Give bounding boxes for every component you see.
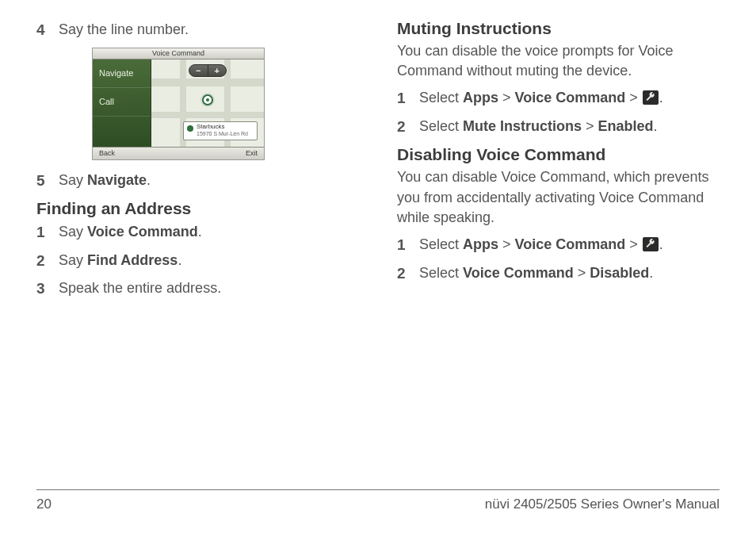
muting-step-2: 2 Select Mute Instructions > Enabled. bbox=[397, 116, 720, 138]
step-text: Say Find Address. bbox=[59, 250, 359, 270]
step-text: Say Navigate. bbox=[59, 170, 359, 190]
zoom-in-icon: + bbox=[208, 65, 227, 76]
wrench-icon bbox=[643, 237, 659, 251]
device-location-callout: Starbucks 15970 S Mur-Len Rd bbox=[183, 121, 258, 140]
device-screenshot: Voice Command Navigate Call − + bbox=[92, 48, 265, 160]
device-title-bar: Voice Command bbox=[93, 48, 264, 59]
page-footer: 20 nüvi 2405/2505 Series Owner's Manual bbox=[36, 489, 720, 512]
muting-step-1: 1 Select Apps > Voice Command > . bbox=[397, 87, 720, 109]
step-number: 3 bbox=[36, 278, 59, 300]
disabling-step-2: 2 Select Voice Command > Disabled. bbox=[397, 263, 720, 285]
finding-step-2: 2 Say Find Address. bbox=[36, 250, 359, 272]
callout-dot-icon bbox=[187, 125, 193, 132]
device-menu-call: Call bbox=[93, 88, 151, 117]
muting-heading: Muting Instructions bbox=[397, 19, 720, 38]
step-number: 1 bbox=[397, 234, 419, 256]
callout-name: Starbucks bbox=[197, 124, 254, 131]
disabling-step-1: 1 Select Apps > Voice Command > . bbox=[397, 234, 720, 256]
device-side-menu: Navigate Call bbox=[93, 59, 151, 147]
step-5: 5 Say Navigate. bbox=[36, 170, 359, 192]
page-number: 20 bbox=[36, 497, 52, 512]
device-menu-navigate: Navigate bbox=[93, 59, 151, 88]
step-text: Select Mute Instructions > Enabled. bbox=[419, 116, 720, 136]
step-number: 1 bbox=[36, 221, 59, 243]
step-text: Say Voice Command. bbox=[59, 221, 359, 242]
device-exit-label: Exit bbox=[246, 148, 258, 159]
device-map: − + Starbucks 15970 S Mur-Len Rd bbox=[151, 59, 264, 147]
step-text: Select Apps > Voice Command > . bbox=[419, 87, 720, 108]
finding-address-heading: Finding an Address bbox=[36, 199, 359, 218]
manual-title: nüvi 2405/2505 Series Owner's Manual bbox=[485, 497, 720, 512]
step-text: Speak the entire address. bbox=[59, 278, 359, 298]
left-column: 4 Say the line number. Voice Command Nav… bbox=[36, 19, 359, 306]
muting-intro: You can disable the voice prompts for Vo… bbox=[397, 41, 720, 81]
callout-address: 15970 S Mur-Len Rd bbox=[197, 131, 254, 137]
wrench-icon bbox=[643, 90, 659, 105]
step-text: Say the line number. bbox=[59, 19, 359, 40]
step-number: 2 bbox=[397, 116, 419, 138]
zoom-out-icon: − bbox=[189, 65, 208, 76]
device-map-pin-icon bbox=[202, 94, 213, 105]
finding-step-1: 1 Say Voice Command. bbox=[36, 221, 359, 243]
step-number: 5 bbox=[36, 170, 59, 192]
right-column: Muting Instructions You can disable the … bbox=[397, 19, 720, 306]
finding-step-3: 3 Speak the entire address. bbox=[36, 278, 359, 300]
disabling-intro: You can disable Voice Command, which pre… bbox=[397, 167, 720, 228]
step-text: Select Voice Command > Disabled. bbox=[419, 263, 720, 283]
device-bottom-bar: Back Exit bbox=[93, 147, 264, 159]
disabling-heading: Disabling Voice Command bbox=[397, 145, 720, 164]
step-number: 1 bbox=[397, 87, 419, 109]
device-zoom-control: − + bbox=[189, 64, 227, 77]
step-number: 4 bbox=[36, 19, 59, 41]
step-number: 2 bbox=[36, 250, 59, 272]
step-4: 4 Say the line number. bbox=[36, 19, 359, 41]
device-back-label: Back bbox=[99, 148, 115, 159]
step-number: 2 bbox=[397, 263, 419, 285]
step-text: Select Apps > Voice Command > . bbox=[419, 234, 720, 255]
